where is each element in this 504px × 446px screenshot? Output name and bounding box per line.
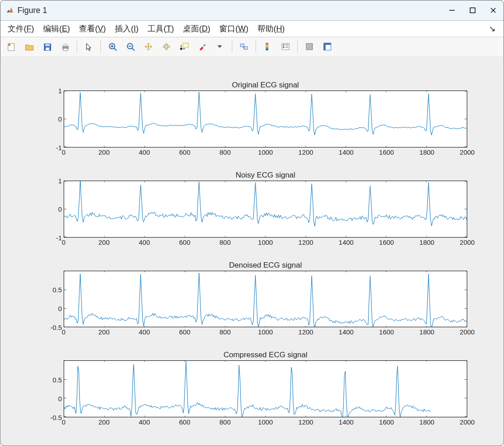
- zoom-in-icon[interactable]: [104, 39, 121, 54]
- legend-icon[interactable]: [278, 39, 294, 54]
- dock-arrow-icon[interactable]: ↘: [489, 24, 501, 34]
- figure-window: Figure 1 文件(F)编辑(E)查看(V)插入(I)工具(T)桌面(D)窗…: [0, 0, 504, 446]
- titlebar: Figure 1: [0, 0, 504, 21]
- svg-line-16: [114, 48, 117, 51]
- svg-rect-37: [283, 44, 284, 46]
- subplot-3: Compressed ECG signal-0.500.502004006008…: [64, 351, 467, 427]
- axes[interactable]: [64, 91, 467, 147]
- svg-rect-25: [183, 43, 188, 48]
- new-figure-icon[interactable]: [3, 39, 19, 54]
- svg-rect-13: [63, 43, 68, 46]
- subplot-title: Original ECG signal: [64, 81, 467, 90]
- svg-point-28: [180, 48, 182, 50]
- ecg-line: [64, 273, 467, 327]
- svg-point-24: [165, 43, 168, 50]
- svg-rect-35: [266, 48, 268, 50]
- ecg-line: [64, 181, 467, 226]
- subplot-title: Noisy ECG signal: [64, 171, 467, 180]
- svg-rect-14: [63, 48, 68, 51]
- menu-v[interactable]: 查看(V): [74, 22, 110, 35]
- svg-rect-11: [46, 48, 49, 50]
- svg-rect-34: [266, 47, 268, 48]
- window-title: Figure 1: [17, 6, 47, 15]
- print-icon[interactable]: [57, 39, 73, 54]
- toolbar: [0, 37, 504, 56]
- maximize-button[interactable]: [462, 0, 483, 20]
- svg-point-23: [163, 45, 169, 48]
- show-tools-icon[interactable]: [319, 39, 335, 54]
- svg-rect-39: [283, 47, 284, 48]
- close-button[interactable]: [483, 0, 504, 20]
- hide-tools-icon[interactable]: [301, 39, 317, 54]
- open-icon[interactable]: [21, 39, 37, 54]
- dropdown-icon[interactable]: [212, 39, 228, 54]
- menu-e[interactable]: 编辑(E): [39, 22, 74, 35]
- subplot-2: Denoised ECG signal-0.500.50200400600800…: [64, 261, 467, 338]
- pointer-icon[interactable]: [81, 39, 97, 54]
- svg-rect-41: [306, 43, 313, 50]
- matlab-icon: [6, 6, 14, 14]
- svg-rect-3: [470, 8, 475, 13]
- save-icon[interactable]: [39, 39, 55, 54]
- svg-rect-32: [266, 43, 268, 45]
- zoom-out-icon[interactable]: [122, 39, 139, 54]
- axes-stack: Original ECG signal-10102004006008001000…: [64, 81, 467, 427]
- menu-h[interactable]: 帮助(H): [253, 22, 289, 35]
- svg-rect-10: [45, 44, 50, 46]
- menu-d[interactable]: 桌面(D): [178, 22, 215, 35]
- menu-w[interactable]: 窗口(W): [215, 22, 253, 35]
- svg-line-20: [132, 48, 135, 51]
- subplot-0: Original ECG signal-10102004006008001000…: [64, 81, 467, 157]
- pan-icon[interactable]: [140, 39, 156, 54]
- brush-icon[interactable]: [194, 39, 210, 54]
- subplot-title: Denoised ECG signal: [64, 261, 467, 270]
- svg-rect-29: [240, 44, 244, 47]
- minimize-button[interactable]: [442, 0, 462, 20]
- menu-t[interactable]: 工具(T): [143, 22, 178, 35]
- ecg-line: [64, 362, 430, 417]
- axes[interactable]: [64, 360, 467, 417]
- svg-rect-44: [324, 43, 326, 50]
- svg-point-8: [9, 44, 11, 46]
- data-cursor-icon[interactable]: [176, 39, 192, 54]
- link-plots-icon[interactable]: [236, 39, 252, 54]
- rotate3d-icon[interactable]: [158, 39, 174, 54]
- menu-f[interactable]: 文件(F): [3, 22, 39, 35]
- svg-point-22: [148, 46, 149, 48]
- menubar: 文件(F)编辑(E)查看(V)插入(I)工具(T)桌面(D)窗口(W)帮助(H)…: [0, 21, 504, 37]
- axes[interactable]: [64, 181, 467, 238]
- colorbar-icon[interactable]: [260, 39, 276, 54]
- axes[interactable]: [64, 271, 467, 328]
- subplot-1: Noisy ECG signal-10102004006008001000120…: [64, 171, 467, 247]
- subplot-title: Compressed ECG signal: [64, 351, 467, 359]
- figure-area: Original ECG signal-10102004006008001000…: [1, 56, 503, 445]
- menu-i[interactable]: 插入(I): [110, 22, 143, 35]
- ecg-line: [64, 92, 467, 135]
- svg-rect-33: [266, 45, 268, 47]
